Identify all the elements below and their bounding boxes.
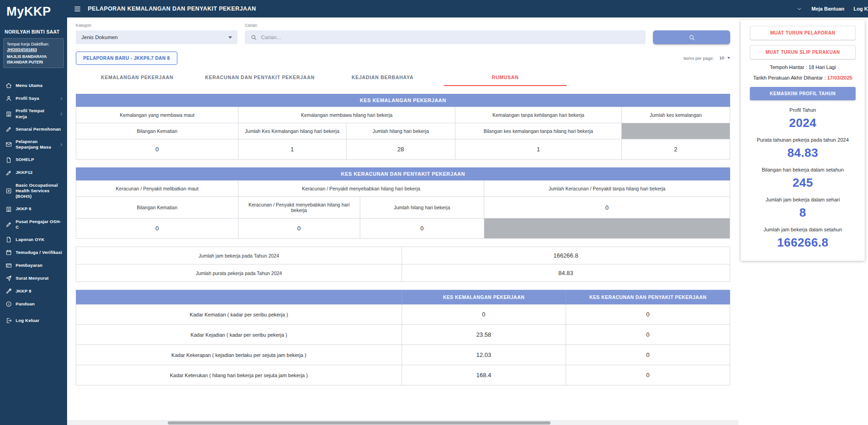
info-icon <box>6 301 12 307</box>
download-report-button[interactable]: MUAT TURUN PELAPORAN <box>750 26 856 40</box>
logout-link[interactable]: Log Keluar <box>854 6 868 11</box>
items-per-page-select[interactable]: 10 <box>719 55 730 61</box>
table-header-cell: Kemalangan tanpa kehilangan hari bekerja <box>455 107 621 123</box>
person-icon <box>6 95 12 102</box>
sidebar-item-log-keluar[interactable]: Log Keluar <box>0 314 67 327</box>
table-header-cell: Keracunan / Penyakit menyebabkan hilang … <box>238 181 484 197</box>
chevron-down-icon[interactable] <box>796 6 802 12</box>
profile-summary-card: MUAT TURUN PELAPORAN MUAT TURUN SLIP PER… <box>741 20 865 261</box>
sidebar-item-label: Pelaporan Sepanjang Masa <box>16 139 56 150</box>
accident-table: Kemalangan yang membawa maut Kemalangan … <box>76 107 730 160</box>
sidebar-item-label: Surat Menyurat <box>16 276 63 281</box>
workplace-code-link[interactable]: JH/20/24/161653 <box>7 47 37 52</box>
table-label-cell: Kadar Kekerapan ( kejadian berlaku per s… <box>76 345 402 365</box>
table-value-cell: 0 <box>360 218 484 239</box>
sidebar: MyKKP NORILYAH BINTI SAAT Tempat Kerja D… <box>0 0 67 425</box>
stat-value: 84.83 <box>750 146 856 160</box>
table-header-cell: Bilangan kes kemalangan tanpa hilang har… <box>455 123 621 139</box>
tab-kemalangan-pekerjaan[interactable]: KEMALANGAN PEKERJAAN <box>76 69 199 86</box>
sidebar-item-senarai-permohonan[interactable]: Senarai Permohonan <box>0 123 67 136</box>
user-name: NORILYAH BINTI SAAT <box>0 29 67 34</box>
table-header-cell <box>76 290 402 304</box>
main-content: Kategori Jenis Dokumen Carian <box>67 17 738 425</box>
scrollbar-thumb[interactable] <box>168 421 550 425</box>
dropdown-caret-icon <box>228 36 232 39</box>
table-value-cell: 0 <box>566 325 730 345</box>
poison-table: Keracunan / Penyakit melibatkan maut Ker… <box>76 180 730 239</box>
sidebar-item-bohs[interactable]: Basic Occupational Health Services (BOHS… <box>0 179 67 203</box>
sidebar-item-pusat-pengajar-osh-c[interactable]: Pusat Pengajar OSH-C <box>0 216 67 234</box>
category-select[interactable]: Jenis Dokumen <box>76 30 238 44</box>
search-icon <box>688 34 695 41</box>
sidebar-item-profil-saya[interactable]: Profil Saya <box>0 92 67 105</box>
table-header-cell: Kemalangan yang membawa maut <box>76 107 238 123</box>
tab-kejadian-berbahaya[interactable]: KEJADIAN BERBAHAYA <box>321 69 444 86</box>
sidebar-item-pelaporan-sepanjang-masa[interactable]: Pelaporan Sepanjang Masa <box>0 136 67 154</box>
sidebar-item-jkkp-8[interactable]: JKKP 8 <box>0 285 67 298</box>
sidebar-item-sohelp[interactable]: SOHELP <box>0 154 67 167</box>
table-label-cell: Kadar Kejadian ( kadar per seribu pekerj… <box>76 325 402 345</box>
search-label: Carian <box>245 23 646 28</box>
category-label: Kategori <box>76 23 238 28</box>
table-value-cell: 0 <box>402 304 566 325</box>
search-button[interactable] <box>653 30 730 44</box>
sidebar-item-label: Basic Occupational Health Services (BOHS… <box>16 183 63 200</box>
search-input[interactable] <box>261 34 640 40</box>
right-panel: MUAT TURUN PELAPORAN MUAT TURUN SLIP PER… <box>738 17 868 425</box>
table-value-cell: 0 <box>484 197 730 218</box>
stat-label: Jumlah jam bekerja dalam setahun <box>750 227 856 232</box>
stat-value: 166266.8 <box>750 235 856 250</box>
logout-icon <box>6 317 12 324</box>
building-icon <box>6 111 12 117</box>
sidebar-item-label: Menu Utama <box>16 83 63 88</box>
sidebar-item-label: Panduan <box>16 301 63 307</box>
table-value-cell: 0 <box>238 218 360 239</box>
sidebar-item-label: Senarai Permohonan <box>16 126 63 132</box>
sidebar-item-laporan-oyk[interactable]: Laporan OYK <box>0 233 67 246</box>
table-value-cell: 23.58 <box>402 325 566 345</box>
sidebar-item-jkkp-6[interactable]: JKKP 6 <box>0 203 67 216</box>
sidebar-item-jkkp12[interactable]: JKKP12 <box>0 167 67 179</box>
stat-label: Profil Tahun <box>750 107 856 113</box>
building-icon <box>6 206 12 212</box>
tab-rumusan[interactable]: RUMUSAN <box>444 69 567 86</box>
download-slip-button[interactable]: MUAT TURUN SLIP PERAKUAN <box>750 45 856 59</box>
table-header-cell: Jumlah kes kemalangan <box>621 107 730 123</box>
sidebar-item-pembayaran[interactable]: Pembayaran <box>0 259 67 272</box>
filler-cell <box>621 123 730 139</box>
sidebar-item-profil-tempat-kerja[interactable]: Profil Tempat Kerja <box>0 105 67 123</box>
search-icon <box>250 34 257 40</box>
sidebar-item-surat-menyurat[interactable]: Surat Menyurat <box>0 272 67 285</box>
sidebar-item-temuduga-verifikasi[interactable]: Temuduga / Verifikasi <box>0 246 67 259</box>
accident-table-block: KES KEMALANGAN PEKERJAAN Kemalangan yang… <box>76 94 730 160</box>
rates-table-block: KES KEMALANGAN PEKERJAAN KES KERACUNAN D… <box>76 290 730 385</box>
last-submission-date: 17/03/2025 <box>827 75 852 80</box>
topbar: PELAPORAN KEMALANGAN DAN PENYAKIT PEKERJ… <box>67 0 868 17</box>
stat-value: 245 <box>750 176 856 190</box>
dropdown-caret-icon <box>727 57 730 59</box>
rates-table: KES KEMALANGAN PEKERJAAN KES KERACUNAN D… <box>76 290 730 385</box>
table-label-cell: Kadar Kematian ( kadar per seribu pekerj… <box>76 304 402 325</box>
search-input-wrapper <box>245 30 646 44</box>
items-per-page-value: 10 <box>719 55 724 60</box>
filler-cell <box>484 218 730 239</box>
hamburger-menu-icon[interactable] <box>74 5 81 13</box>
category-select-value: Jenis Dokumen <box>81 34 118 40</box>
tab-keracunan-dan-penyakit-pekerjaan[interactable]: KERACUNAN DAN PENYAKIT PEKERJAAN <box>199 69 321 86</box>
table-header-cell: KES KERACUNAN DAN PENYAKIT PEKERJAAN <box>566 290 730 304</box>
document-icon <box>6 157 12 163</box>
new-report-button[interactable]: PELAPORAN BARU - JKKP6,7 DAN 8 <box>76 52 177 65</box>
help-desk-link[interactable]: Meja Bantuan <box>811 6 845 11</box>
stat-label: Bilangan hari bekerja dalam setahun <box>750 167 856 172</box>
last-submission-label: Tarikh Perakuan Akhir Dihantar : <box>753 75 827 80</box>
horizontal-scrollbar[interactable] <box>67 420 738 425</box>
sidebar-item-panduan[interactable]: Panduan <box>0 298 67 310</box>
medical-icon <box>6 188 12 194</box>
table-value-cell: 12.03 <box>402 345 566 365</box>
summary-table: Jumlah jam bekerja pada Tahun 2024 16626… <box>76 247 730 282</box>
table-header-cell: Bilangan Kematian <box>76 197 238 218</box>
pencil-icon <box>6 126 12 132</box>
sidebar-item-label: Temuduga / Verifikasi <box>16 250 63 255</box>
update-year-profile-button[interactable]: KEMASKINI PROFIL TAHUN <box>750 87 856 100</box>
sidebar-item-menu-utama[interactable]: Menu Utama <box>0 79 67 92</box>
